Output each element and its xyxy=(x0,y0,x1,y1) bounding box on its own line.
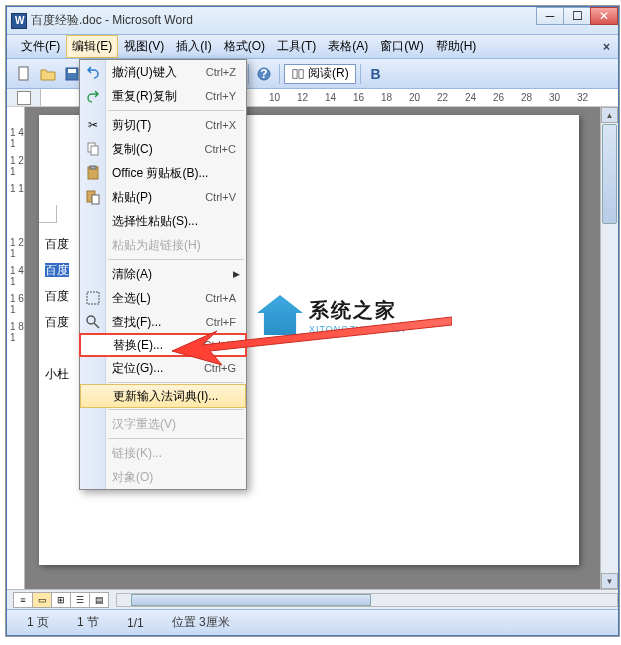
paste-icon xyxy=(85,189,101,205)
outline-view-button[interactable]: ☰ xyxy=(70,592,90,608)
menu-paste-hyperlink: 粘贴为超链接(H) xyxy=(80,233,246,257)
ruler-tick: 20 xyxy=(409,92,420,103)
menu-item-label: 复制(C) xyxy=(112,141,205,158)
maximize-button[interactable]: ☐ xyxy=(563,7,591,25)
menu-replace[interactable]: 替换(E)... Ctrl+H xyxy=(79,333,247,357)
svg-text:?: ? xyxy=(260,67,267,81)
status-page: 1 页 xyxy=(27,614,49,631)
menu-item-label: 对象(O) xyxy=(112,469,246,486)
help-button[interactable]: ? xyxy=(253,63,275,85)
menu-format[interactable]: 格式(O) xyxy=(218,35,271,58)
menu-clear[interactable]: 清除(A) ▶ xyxy=(80,262,246,286)
menu-file[interactable]: 文件(F) xyxy=(15,35,66,58)
menu-paste-special[interactable]: 选择性粘贴(S)... xyxy=(80,209,246,233)
ruler-tick: 30 xyxy=(549,92,560,103)
menu-paste[interactable]: 粘贴(P) Ctrl+V xyxy=(80,185,246,209)
menu-item-label: 查找(F)... xyxy=(112,314,206,331)
menu-shortcut: Ctrl+V xyxy=(205,191,246,203)
cut-icon: ✂ xyxy=(85,117,101,133)
status-pageof: 1/1 xyxy=(127,616,144,630)
open-button[interactable] xyxy=(37,63,59,85)
reading-mode-button[interactable]: 阅读(R) xyxy=(284,64,356,84)
vruler-tick: 1 4 1 xyxy=(10,265,24,287)
ruler-tick: 32 xyxy=(577,92,588,103)
svg-rect-15 xyxy=(92,195,99,204)
print-layout-button[interactable]: ▭ xyxy=(32,592,52,608)
word-doc-icon xyxy=(11,13,27,29)
menu-shortcut: Ctrl+Z xyxy=(206,66,246,78)
menu-separator xyxy=(108,382,244,383)
scroll-down-button[interactable]: ▼ xyxy=(601,573,618,589)
menu-find[interactable]: 查找(F)... Ctrl+F xyxy=(80,310,246,334)
undo-icon xyxy=(85,64,101,80)
ruler-tick: 10 xyxy=(269,92,280,103)
selected-text[interactable]: 百度 xyxy=(45,263,69,277)
menu-shortcut: Ctrl+F xyxy=(206,316,246,328)
toolbar-separator xyxy=(360,64,361,84)
reading-view-button[interactable]: ▤ xyxy=(89,592,109,608)
menu-redo[interactable]: 重复(R)复制 Ctrl+Y xyxy=(80,84,246,108)
horizontal-scrollbar[interactable] xyxy=(116,593,618,607)
bold-button[interactable]: B xyxy=(365,63,387,85)
minimize-button[interactable]: ─ xyxy=(536,7,564,25)
tab-selector[interactable] xyxy=(7,89,41,106)
ruler-tick: 22 xyxy=(437,92,448,103)
menu-shortcut: Ctrl+A xyxy=(205,292,246,304)
menu-separator xyxy=(108,110,244,111)
menu-copy[interactable]: 复制(C) Ctrl+C xyxy=(80,137,246,161)
menu-update-ime[interactable]: 更新输入法词典(I)... xyxy=(80,384,246,408)
menu-item-label: 汉字重选(V) xyxy=(112,416,246,433)
clipboard-icon xyxy=(85,165,101,181)
vruler-tick: 1 2 1 xyxy=(10,237,24,259)
svg-rect-16 xyxy=(87,292,99,304)
status-position: 位置 3厘米 xyxy=(172,614,230,631)
ruler-tick: 28 xyxy=(521,92,532,103)
app-window: 百度经验.doc - Microsoft Word ─ ☐ ✕ 文件(F) 编辑… xyxy=(6,6,619,636)
submenu-arrow-icon: ▶ xyxy=(233,269,240,279)
menu-item-label: 粘贴为超链接(H) xyxy=(112,237,246,254)
statusbar: 1 页 1 节 1/1 位置 3厘米 xyxy=(7,609,618,635)
normal-view-button[interactable]: ≡ xyxy=(13,592,33,608)
menu-reconvert: 汉字重选(V) xyxy=(80,412,246,436)
menu-shortcut: Ctrl+X xyxy=(205,119,246,131)
vruler-tick: 1 4 1 xyxy=(10,127,24,149)
menu-links: 链接(K)... xyxy=(80,441,246,465)
redo-icon xyxy=(85,88,101,104)
ruler-tick: 18 xyxy=(381,92,392,103)
menu-select-all[interactable]: 全选(L) Ctrl+A xyxy=(80,286,246,310)
menu-undo[interactable]: 撤消(U)键入 Ctrl+Z xyxy=(80,60,246,84)
menu-item-label: 定位(G)... xyxy=(112,360,204,377)
new-doc-button[interactable] xyxy=(13,63,35,85)
menu-shortcut: Ctrl+Y xyxy=(205,90,246,102)
menu-item-label: 链接(K)... xyxy=(112,445,246,462)
menu-tools[interactable]: 工具(T) xyxy=(271,35,322,58)
toolbar-separator xyxy=(248,64,249,84)
status-section: 1 节 xyxy=(77,614,99,631)
scroll-up-button[interactable]: ▲ xyxy=(601,107,618,123)
web-layout-button[interactable]: ⊞ xyxy=(51,592,71,608)
menu-edit[interactable]: 编辑(E) xyxy=(66,35,118,58)
margin-corner-indicator xyxy=(39,205,57,223)
menu-goto[interactable]: 定位(G)... Ctrl+G xyxy=(80,356,246,380)
menu-object: 对象(O) xyxy=(80,465,246,489)
vertical-scrollbar[interactable]: ▲ ▼ xyxy=(600,107,618,589)
svg-rect-0 xyxy=(19,67,28,80)
menu-window[interactable]: 窗口(W) xyxy=(374,35,429,58)
vertical-ruler[interactable]: 1 4 1 1 2 1 1 1 1 2 1 1 4 1 1 6 1 1 8 1 xyxy=(7,107,25,589)
menu-office-clipboard[interactable]: Office 剪贴板(B)... xyxy=(80,161,246,185)
menu-cut[interactable]: ✂ 剪切(T) Ctrl+X xyxy=(80,113,246,137)
ruler-tick: 14 xyxy=(325,92,336,103)
menu-insert[interactable]: 插入(I) xyxy=(170,35,217,58)
menu-help[interactable]: 帮助(H) xyxy=(430,35,483,58)
close-document-button[interactable]: × xyxy=(603,40,610,54)
scroll-thumb[interactable] xyxy=(602,124,617,224)
titlebar: 百度经验.doc - Microsoft Word ─ ☐ ✕ xyxy=(7,7,618,35)
menu-table[interactable]: 表格(A) xyxy=(322,35,374,58)
window-title: 百度经验.doc - Microsoft Word xyxy=(31,12,193,29)
svg-rect-13 xyxy=(90,166,96,169)
hscroll-thumb[interactable] xyxy=(131,594,371,606)
menu-view[interactable]: 视图(V) xyxy=(118,35,170,58)
svg-line-18 xyxy=(94,323,99,328)
menu-item-label: 选择性粘贴(S)... xyxy=(112,213,246,230)
close-button[interactable]: ✕ xyxy=(590,7,618,25)
